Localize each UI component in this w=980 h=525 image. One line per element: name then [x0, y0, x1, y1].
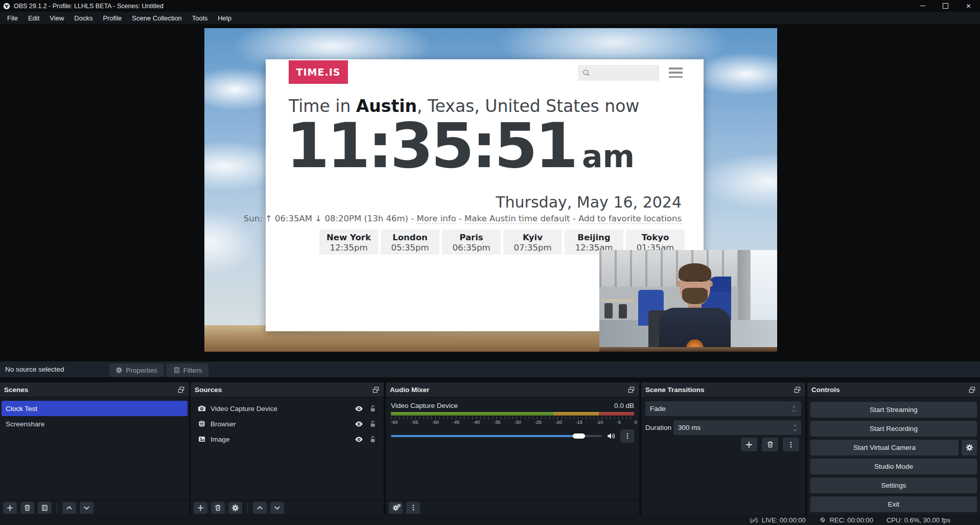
- audio-mixer-header: Audio Mixer: [386, 382, 639, 398]
- start-recording-button[interactable]: Start Recording: [810, 421, 977, 437]
- lock-icon[interactable]: [369, 420, 377, 428]
- source-move-up-button[interactable]: [253, 502, 267, 514]
- scene-item-screenshare[interactable]: Screenshare: [0, 416, 189, 431]
- mixer-channel-name: Video Capture Device: [391, 402, 458, 409]
- lock-icon[interactable]: [369, 436, 377, 443]
- menu-help[interactable]: Help: [213, 13, 237, 24]
- meter-red-zone: [599, 412, 634, 416]
- menu-edit[interactable]: Edit: [23, 13, 44, 24]
- scene-move-up-button[interactable]: [62, 502, 76, 514]
- small-gear-icon: [397, 504, 401, 508]
- remove-transition-button[interactable]: [762, 438, 778, 451]
- start-streaming-button[interactable]: Start Streaming: [810, 402, 977, 418]
- timeis-clock: 11:35:51am: [286, 115, 635, 177]
- popout-icon[interactable]: [177, 386, 185, 394]
- filter-icon: [41, 504, 49, 512]
- menu-docks[interactable]: Docks: [69, 13, 98, 24]
- add-transition-button[interactable]: [741, 438, 757, 451]
- context-status-text: No source selected: [5, 366, 64, 373]
- source-context-bar: No source selected Properties Filters: [0, 361, 980, 380]
- source-list: Video Capture Device Browser Image: [191, 398, 384, 447]
- trash-icon: [24, 504, 31, 512]
- source-properties-button[interactable]: [228, 502, 242, 514]
- spinner-arrows: [792, 423, 798, 432]
- scene-move-down-button[interactable]: [80, 502, 94, 514]
- scene-filters-button[interactable]: [38, 502, 52, 514]
- speaker-icon[interactable]: [606, 431, 616, 441]
- person-beard: [682, 288, 708, 304]
- menu-profile[interactable]: Profile: [98, 13, 127, 24]
- start-virtual-camera-button[interactable]: Start Virtual Camera: [810, 440, 959, 455]
- minimize-button[interactable]: [911, 0, 934, 12]
- scene-item-clock-test[interactable]: Clock Test: [2, 401, 188, 416]
- visibility-eye-icon[interactable]: [355, 404, 363, 413]
- transition-dropdown[interactable]: Fade: [645, 401, 801, 416]
- mixer-channel-header: Video Capture Device 0.0 dB: [386, 398, 639, 410]
- office-table: [601, 299, 633, 302]
- popout-icon[interactable]: [794, 386, 801, 394]
- controls-panel: Controls Start Streaming Start Recording…: [807, 382, 980, 515]
- toolbar-divider: [57, 503, 57, 513]
- gear-icon: [115, 367, 123, 374]
- mixer-menu-button[interactable]: [406, 502, 420, 514]
- menu-scene-collection[interactable]: Scene Collection: [127, 13, 187, 24]
- maximize-button[interactable]: [934, 0, 957, 12]
- remove-source-button[interactable]: [211, 502, 225, 514]
- person-hair: [679, 263, 711, 282]
- duration-spinbox[interactable]: 300 ms: [673, 420, 801, 435]
- obs-logo-icon: [3, 3, 10, 10]
- close-button[interactable]: ✕: [957, 0, 980, 12]
- source-item-video-capture[interactable]: Video Capture Device: [191, 401, 384, 416]
- scenes-header: Scenes: [0, 382, 189, 398]
- chevron-up-icon[interactable]: [792, 423, 798, 428]
- hamburger-menu-icon: [669, 67, 683, 78]
- dock-area: Scenes Clock Test Screenshare Sources Vi…: [0, 382, 980, 515]
- timeis-logo: TIME.IS: [289, 60, 348, 84]
- exit-button[interactable]: Exit: [810, 496, 977, 512]
- volume-slider[interactable]: [391, 435, 602, 437]
- sources-panel: Sources Video Capture Device Browser: [191, 382, 384, 515]
- studio-mode-button[interactable]: Studio Mode: [810, 459, 977, 474]
- visibility-eye-icon[interactable]: [355, 435, 363, 444]
- popout-icon[interactable]: [627, 386, 635, 394]
- transition-menu-button[interactable]: [783, 438, 799, 451]
- gear-icon: [966, 444, 973, 451]
- chevron-down-icon: [791, 409, 797, 413]
- search-icon: [582, 69, 591, 77]
- timeis-search-box: [578, 65, 659, 81]
- program-canvas[interactable]: TIME.IS Time in Austin, Texas, United St…: [204, 28, 777, 352]
- chevron-down-icon[interactable]: [792, 428, 798, 432]
- settings-button[interactable]: Settings: [810, 477, 977, 493]
- audio-mixer-panel: Audio Mixer Video Capture Device 0.0 dB …: [386, 382, 639, 515]
- city-paris: Paris06:35pm: [442, 230, 501, 255]
- filters-button[interactable]: Filters: [167, 363, 208, 377]
- source-item-browser[interactable]: Browser: [191, 416, 384, 431]
- controls-header: Controls: [807, 382, 980, 398]
- source-move-down-button[interactable]: [270, 502, 284, 514]
- globe-icon: [198, 420, 206, 428]
- volume-slider-handle[interactable]: [573, 433, 585, 439]
- virtual-camera-settings-button[interactable]: [962, 440, 977, 455]
- meter-yellow-zone: [553, 412, 599, 416]
- mixer-level-value: 0.0 dB: [614, 402, 634, 409]
- menu-view[interactable]: View: [44, 13, 69, 24]
- scene-list: Clock Test Screenshare: [0, 398, 189, 431]
- more-info-link: More info: [416, 214, 456, 224]
- popout-icon[interactable]: [372, 386, 380, 394]
- properties-button[interactable]: Properties: [109, 363, 164, 377]
- menu-tools[interactable]: Tools: [187, 13, 213, 24]
- webcam-source[interactable]: [599, 250, 777, 352]
- advanced-audio-button[interactable]: [389, 502, 403, 514]
- source-item-image[interactable]: Image: [191, 431, 384, 447]
- menu-file[interactable]: File: [2, 13, 23, 24]
- meter-tick-labels: -60-55-50-45-40-35-30-25-20-15-10-50: [391, 419, 637, 425]
- remove-scene-button[interactable]: [20, 502, 34, 514]
- popout-icon[interactable]: [968, 386, 976, 394]
- add-source-button[interactable]: [194, 502, 207, 514]
- volume-meter: [391, 412, 634, 416]
- lock-icon[interactable]: [369, 405, 377, 413]
- record-inactive-icon: [819, 516, 826, 523]
- visibility-eye-icon[interactable]: [355, 420, 363, 428]
- mixer-channel-menu-button[interactable]: [620, 429, 634, 443]
- add-scene-button[interactable]: [3, 502, 17, 514]
